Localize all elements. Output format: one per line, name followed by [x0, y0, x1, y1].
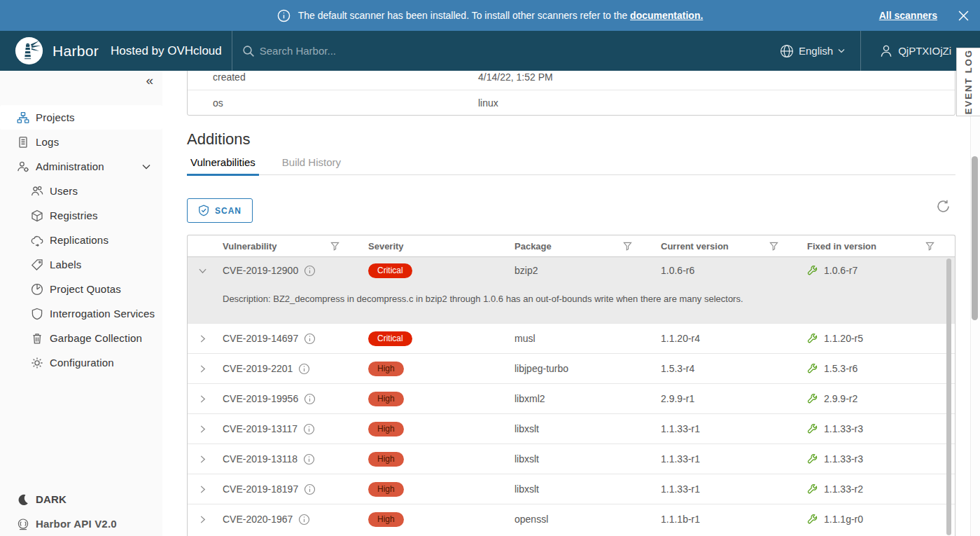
labels-icon — [31, 259, 43, 271]
package-name: libxslt — [506, 483, 652, 495]
sidebar-item-label: Logs — [36, 136, 59, 148]
garbage-collection-icon — [31, 332, 43, 345]
detail-label: created — [188, 71, 478, 83]
sidebar-item-logs[interactable]: Logs — [0, 130, 162, 154]
current-version: 1.1.33-r1 — [652, 483, 799, 495]
refresh-icon[interactable] — [936, 199, 951, 214]
fixed-version: 1.1.1g-r0 — [824, 514, 863, 525]
package-name: openssl — [506, 514, 652, 525]
expand-chevron-right-icon[interactable] — [198, 515, 207, 524]
column-header-label: Package — [514, 241, 552, 252]
filter-icon[interactable] — [925, 242, 934, 251]
cve-id: CVE-2019-13118 — [223, 453, 298, 465]
expand-chevron-right-icon[interactable] — [198, 394, 207, 404]
detail-value: 4/14/22, 1:52 PM — [478, 71, 553, 83]
expand-chevron-right-icon[interactable] — [198, 455, 207, 464]
wrench-icon — [807, 363, 818, 374]
severity-badge: High — [368, 362, 404, 376]
info-icon[interactable] — [304, 393, 316, 405]
dark-mode-toggle[interactable]: DARK — [0, 487, 162, 511]
info-icon[interactable] — [298, 363, 310, 375]
sidebar-item-interrogation-services[interactable]: Interrogation Services — [0, 301, 162, 326]
logs-icon — [17, 136, 29, 149]
cve-id: CVE-2019-12900 — [223, 265, 298, 276]
sidebar-item-configuration[interactable]: Configuration — [0, 350, 162, 375]
scanner-info-banner: The default scanner has been installed. … — [0, 0, 980, 31]
vuln-row-cve-2019-2201[interactable]: CVE-2019-2201 High libjpeg-turbo 1.5.3-r… — [188, 353, 955, 383]
harbor-api-link[interactable]: Harbor API V2.0 — [0, 511, 162, 536]
sidebar-item-label: Labels — [50, 259, 81, 270]
collapse-chevron-down-icon[interactable] — [198, 266, 207, 275]
column-header-vulnerability: Vulnerability — [214, 241, 360, 252]
fixed-version: 1.1.33-r3 — [824, 423, 863, 434]
sidebar-item-label: Interrogation Services — [50, 308, 155, 319]
column-header-severity: Severity — [360, 241, 506, 252]
vuln-row-cve-2019-18197[interactable]: CVE-2019-18197 High libxslt 1.1.33-r1 — [188, 474, 955, 504]
current-version: 1.1.33-r1 — [652, 423, 799, 434]
expand-chevron-right-icon[interactable] — [198, 334, 207, 343]
all-scanners-link[interactable]: All scanners — [879, 10, 937, 21]
info-icon[interactable] — [303, 453, 315, 465]
tab-build-history[interactable]: Build History — [279, 154, 344, 174]
severity-badge: High — [368, 452, 404, 467]
filter-icon[interactable] — [623, 242, 632, 251]
sidebar-item-administration[interactable]: Administration — [0, 154, 162, 179]
info-icon[interactable] — [303, 423, 315, 435]
sidebar-item-garbage-collection[interactable]: Garbage Collection — [0, 326, 162, 350]
language-menu[interactable]: English — [780, 44, 845, 58]
vuln-row-cve-2019-14697[interactable]: CVE-2019-14697 Critical musl 1.1.20-r4 — [188, 323, 955, 353]
harbor-logo-icon[interactable] — [15, 36, 43, 65]
sidebar-item-projects[interactable]: Projects — [0, 105, 162, 130]
info-icon[interactable] — [304, 265, 316, 277]
vuln-row-cve-2020-1967[interactable]: CVE-2020-1967 High openssl 1.1.1b-r1 — [188, 504, 955, 534]
current-version: 1.1.20-r4 — [652, 333, 799, 344]
brand-title: Harbor — [52, 43, 99, 60]
cve-id: CVE-2019-13117 — [223, 423, 298, 434]
tab-vulnerabilities[interactable]: Vulnerabilities — [187, 154, 259, 174]
table-scrollbar[interactable] — [946, 259, 951, 535]
filter-icon[interactable] — [330, 242, 340, 251]
cve-id: CVE-2019-19956 — [223, 393, 298, 404]
sidebar-item-label: Administration — [36, 160, 104, 172]
vuln-row-cve-2019-13118[interactable]: CVE-2019-13118 High libxslt 1.1.33-r1 — [188, 444, 955, 474]
severity-badge: High — [368, 512, 404, 527]
close-icon[interactable] — [958, 11, 969, 21]
vuln-row-cve-2019-19956[interactable]: CVE-2019-19956 High libxml2 2.9.9-r1 — [188, 383, 955, 413]
cve-id: CVE-2019-2201 — [223, 363, 293, 374]
vuln-row-cve-2019-12900[interactable]: CVE-2019-12900 Critical bzip2 1.0.6-r6 — [188, 257, 955, 284]
username-label: QjPTXIOjZi — [898, 45, 951, 57]
severity-badge: Critical — [368, 263, 412, 278]
banner-text: The default scanner has been installed. … — [298, 10, 704, 21]
cve-id: CVE-2019-18197 — [223, 483, 298, 495]
sidebar-item-project-quotas[interactable]: Project Quotas — [0, 277, 162, 301]
event-log-tab[interactable]: EVENT LOG — [956, 48, 980, 116]
scan-button[interactable]: SCAN — [187, 198, 253, 223]
vulnerability-table-header: Vulnerability Severity Package — [188, 235, 955, 257]
search-input[interactable] — [260, 45, 470, 57]
expand-chevron-right-icon[interactable] — [198, 364, 207, 373]
replications-icon — [31, 234, 43, 247]
sidebar-item-users[interactable]: Users — [0, 179, 162, 203]
expand-chevron-right-icon[interactable] — [198, 425, 207, 434]
sidebar-item-replications[interactable]: Replications — [0, 228, 162, 252]
sidebar-collapse-icon[interactable]: « — [146, 74, 153, 87]
info-icon[interactable] — [304, 483, 316, 495]
info-icon[interactable] — [298, 514, 310, 525]
harbor-api-label: Harbor API V2.0 — [36, 518, 117, 530]
filter-icon[interactable] — [769, 242, 778, 251]
sidebar-item-labels[interactable]: Labels — [0, 252, 162, 277]
sidebar-item-label: Project Quotas — [50, 283, 121, 295]
page-scrollbar[interactable] — [972, 156, 978, 320]
package-name: libxml2 — [506, 393, 652, 404]
column-header-current-version: Current version — [652, 241, 799, 252]
sidebar-item-label: Replications — [50, 234, 108, 246]
sidebar-item-registries[interactable]: Registries — [0, 203, 162, 228]
wrench-icon — [807, 333, 818, 344]
vuln-row-cve-2019-13117[interactable]: CVE-2019-13117 High libxslt 1.1.33-r1 — [188, 413, 955, 444]
user-menu[interactable]: QjPTXIOjZi — [879, 44, 963, 58]
wrench-icon — [807, 423, 818, 434]
expand-chevron-right-icon[interactable] — [198, 485, 207, 494]
header-divider — [232, 31, 232, 71]
info-icon[interactable] — [304, 333, 316, 345]
documentation-link[interactable]: documentation. — [630, 10, 703, 21]
